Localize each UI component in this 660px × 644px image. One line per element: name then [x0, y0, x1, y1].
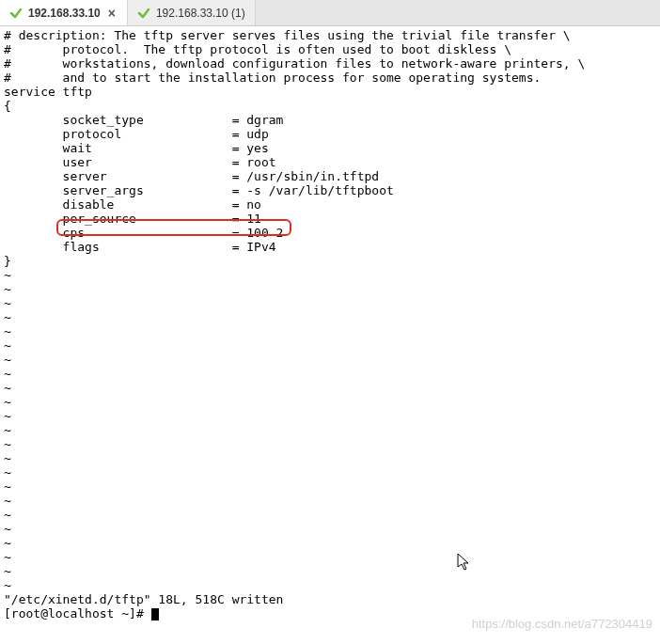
vim-tilde: ~ [4, 465, 11, 479]
vim-tilde: ~ [4, 522, 11, 536]
vim-tilde: ~ [4, 367, 11, 381]
check-icon [9, 7, 23, 20]
vim-tilde: ~ [4, 310, 11, 324]
vim-tilde: ~ [4, 381, 11, 395]
vim-tilde: ~ [4, 395, 11, 409]
tab-bar: 192.168.33.10 × 192.168.33.10 (1) [0, 0, 660, 26]
vim-tilde: ~ [4, 564, 11, 578]
file-line: # and to start the installation process … [4, 71, 541, 85]
vim-tilde: ~ [4, 536, 11, 550]
file-line: # protocol. The tftp protocol is often u… [4, 42, 511, 56]
tab-label: 192.168.33.10 [28, 7, 101, 20]
vim-tilde: ~ [4, 282, 11, 296]
vim-tilde: ~ [4, 578, 11, 592]
config-entry: flags = IPv4 [4, 240, 276, 254]
file-line: # description: The tftp server serves fi… [4, 28, 571, 42]
vim-tilde: ~ [4, 296, 11, 310]
config-entry: wait = yes [4, 141, 269, 155]
terminal[interactable]: # description: The tftp server serves fi… [0, 26, 660, 644]
tab-active[interactable]: 192.168.33.10 × [0, 0, 128, 25]
tab-label: 192.168.33.10 (1) [156, 7, 245, 20]
vim-tilde: ~ [4, 479, 11, 494]
watermark: https://blog.csdn.net/a772304419 [472, 617, 652, 631]
shell-prompt: [root@localhost ~]# [4, 606, 151, 620]
vim-tilde: ~ [4, 423, 11, 437]
vim-tilde: ~ [4, 550, 11, 564]
vim-tilde: ~ [4, 451, 11, 465]
check-icon [137, 7, 150, 20]
vim-tilde: ~ [4, 338, 11, 353]
vim-tilde: ~ [4, 508, 11, 522]
config-entry: cps = 100 2 [4, 226, 283, 240]
vim-tilde: ~ [4, 268, 11, 282]
config-entry: server_args = -s /var/lib/tftpboot [4, 183, 394, 197]
file-line: { [4, 99, 11, 113]
file-line: # workstations, download configuration f… [4, 56, 585, 71]
config-entry: disable = no [4, 197, 261, 212]
vim-tilde: ~ [4, 353, 11, 367]
config-entry: protocol = udp [4, 127, 269, 141]
vim-tilde: ~ [4, 437, 11, 451]
config-entry: socket_type = dgram [4, 113, 283, 127]
mouse-cursor-icon [442, 539, 472, 574]
tab-inactive[interactable]: 192.168.33.10 (1) [128, 0, 256, 25]
close-icon[interactable]: × [106, 6, 118, 21]
cursor-icon [151, 608, 159, 620]
config-entry: per_source = 11 [4, 212, 261, 226]
vim-tilde: ~ [4, 324, 11, 338]
vim-tilde: ~ [4, 494, 11, 508]
status-line: "/etc/xinetd.d/tftp" 18L, 518C written [4, 592, 283, 606]
file-line: } [4, 254, 11, 268]
vim-tilde: ~ [4, 409, 11, 423]
config-entry: server = /usr/sbin/in.tftpd [4, 169, 379, 183]
file-line: service tftp [4, 85, 92, 99]
config-entry: user = root [4, 155, 276, 169]
